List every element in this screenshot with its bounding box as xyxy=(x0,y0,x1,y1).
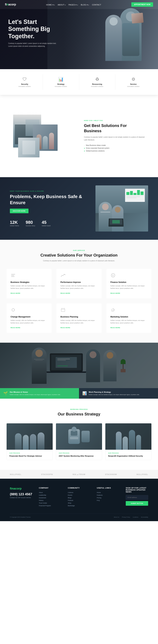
footer-link-pricing[interactable]: Pricing xyxy=(97,496,119,499)
feature-strategy-title: Strategy xyxy=(46,83,76,85)
footer-phone-sub: Contact our 24/7 at your service xyxy=(10,497,32,498)
footer-accessibility-link[interactable]: Accessibility xyxy=(141,516,148,518)
process-grid: OUR PROCESS Financials Need For Strategi… xyxy=(6,423,152,460)
about-description: Contrary to popular belief, Lorem Ipsum … xyxy=(84,136,145,141)
marketing-desc: Nullam suscipit, nibh nec facilisis temp… xyxy=(110,319,148,324)
footer-phone: (889) 123 4567 xyxy=(10,492,32,496)
change-read-more[interactable]: READ MORE xyxy=(10,327,20,328)
strategies-title: Business Strategies xyxy=(10,281,48,284)
service-icon: ⚙ xyxy=(119,77,148,82)
process-header: WORKING PROCESS Our Business Strategy xyxy=(6,408,152,416)
process-card-3: OUR PROCESS Nonprofit Organization Utill… xyxy=(105,423,152,460)
change-icon xyxy=(10,307,48,314)
photo-cards: 🌱 Our Mission & Vision Nullam suscipit, … xyxy=(0,388,158,399)
footer-link-trust[interactable]: Trust Center xyxy=(39,502,61,504)
banner-subtitle: KEEP YOUR BUSINESS SAFE & ENSURE xyxy=(10,190,89,192)
svg-rect-7 xyxy=(61,308,65,312)
partner-1: NULLPIXEL xyxy=(10,474,22,476)
footer-link-history[interactable]: History xyxy=(39,499,61,502)
footer-link-shop[interactable]: Shop xyxy=(68,502,90,504)
footer-company-heading: Company xyxy=(39,487,61,489)
svg-rect-2 xyxy=(11,276,14,277)
about-list-item-3: Global business solutions xyxy=(84,150,145,152)
footer-privacy-link[interactable]: Privacy Policy xyxy=(122,516,130,518)
footer-useful-links: Home Features Pricing FAQ xyxy=(97,491,119,502)
strategy-card: 📊 Work Planning & Strategy Nullam suscip… xyxy=(79,388,158,399)
about-images xyxy=(13,114,74,158)
footer-link-leadership[interactable]: Leadership xyxy=(39,494,61,496)
newsletter-submit-button[interactable]: SUBMIT BUTTON xyxy=(126,501,148,506)
svg-rect-1 xyxy=(11,275,14,276)
strategies-icon xyxy=(10,273,48,279)
stat-award-number: 45 xyxy=(42,220,50,225)
marketing-title: Marketing Solution xyxy=(110,316,148,318)
planning-read-more[interactable]: READ MORE xyxy=(60,327,70,328)
strategies-desc: Nullam suscipit, nibh nec facilisis temp… xyxy=(10,285,48,290)
performance-title: Performance Improve xyxy=(60,281,98,284)
footer-link-blogs[interactable]: Blogs xyxy=(68,496,90,499)
process-tag: WORKING PROCESS xyxy=(6,408,152,410)
process-heading: Our Business Strategy xyxy=(6,412,152,416)
partner-2: STACKSPIN xyxy=(41,474,53,476)
strategy-title: Work Planning & Strategy xyxy=(89,391,140,393)
service-card-change: Change Management Nullam suscipit, nibh … xyxy=(6,303,52,333)
partners-bar: NULLPIXEL STACKSPIN NUL▲TRIUM STACKNOW N… xyxy=(0,470,158,479)
photo-section: 🌱 Our Mission & Vision Nullam suscipit, … xyxy=(0,343,158,399)
footer-link-about[interactable]: About xyxy=(39,491,61,494)
strategies-read-more[interactable]: READ MORE xyxy=(10,292,20,294)
discover-button[interactable]: DISCOVER MORE xyxy=(10,209,28,213)
svg-rect-0 xyxy=(11,274,15,274)
footer-link-backstage[interactable]: Backstage xyxy=(68,504,90,507)
process-card-2: OUR PROCESS 24X7 System Monitoring After… xyxy=(56,423,102,460)
footer-link-investment[interactable]: Investment xyxy=(39,496,61,499)
about-list-item-1: New Business ideas create xyxy=(84,144,145,147)
feature-service: ⚙ Service Innovative solution xyxy=(115,74,152,90)
footer-link-cultures[interactable]: Cultures xyxy=(68,491,90,494)
footer-link-podcast[interactable]: Podcast xyxy=(68,499,90,502)
stat-clients-number: 12K xyxy=(10,220,19,225)
strategy-desc: Nullam suscipit, nibh nec facilisis temp… xyxy=(89,394,140,396)
mission-icon: 🌱 xyxy=(3,391,8,396)
feature-resourcing: ♻ Resourcing Innovative solution xyxy=(79,74,115,90)
performance-desc: Nullam suscipit, nibh nec facilisis temp… xyxy=(60,285,98,290)
footer-community-links: Cultures Events Blogs Podcast Shop Backs… xyxy=(68,491,90,507)
banner-section: KEEP YOUR BUSINESS SAFE & ENSURE Problem… xyxy=(0,177,158,240)
service-card-performance: Performance Improve Nullam suscipit, nib… xyxy=(56,269,102,298)
finance-read-more[interactable]: READ MORE xyxy=(110,292,120,294)
newsletter-email-input[interactable] xyxy=(126,495,148,500)
nav-home[interactable]: HOME ▾ xyxy=(46,3,55,6)
planning-icon xyxy=(60,307,98,314)
process-title-2: 24X7 System Monitoring After Response xyxy=(59,455,99,457)
appointment-button[interactable]: APPOINTMENT NOW xyxy=(131,2,153,7)
change-desc: Nullam suscipit, nibh nec facilisis temp… xyxy=(10,319,48,324)
nav-pages[interactable]: PAGES ▾ xyxy=(68,3,78,6)
hero-description: Contrary to popular belief, Lorem Ipsum … xyxy=(8,42,61,48)
footer-link-events[interactable]: Events xyxy=(68,494,90,496)
footer-locations-link[interactable]: Locations xyxy=(133,516,138,518)
footer-bottom: © Copyright 2023 Gradient Themes About U… xyxy=(10,514,148,518)
footer-company-links: About Leadership Investment History Trus… xyxy=(39,491,61,507)
footer-link-home[interactable]: Home xyxy=(97,491,119,494)
footer-copyright: © Copyright 2023 Gradient Themes xyxy=(10,516,30,518)
footer-link-financial[interactable]: Financial Program xyxy=(39,504,61,507)
process-card-1: OUR PROCESS Financials Need For Strategi… xyxy=(6,423,53,460)
nav-logo[interactable]: finacorp xyxy=(5,3,16,6)
nav-blog[interactable]: BLOG ▾ xyxy=(81,3,89,6)
marketing-read-more[interactable]: READ MORE xyxy=(110,327,120,328)
hero-section: Let's Start Something Big Together. Cont… xyxy=(0,0,158,69)
performance-read-more[interactable]: READ MORE xyxy=(60,292,70,294)
performance-icon xyxy=(60,273,98,279)
footer-company-col: Company About Leadership Investment Hist… xyxy=(39,487,61,507)
footer-link-faq[interactable]: FAQ xyxy=(97,499,119,502)
nav-contact[interactable]: CONTACT xyxy=(92,3,101,6)
nav-about[interactable]: ABOUT xyxy=(58,3,66,6)
process-tag-2: OUR PROCESS xyxy=(59,452,99,454)
strategy-card-icon: 📊 xyxy=(82,391,87,396)
feature-resourcing-title: Resourcing xyxy=(82,83,112,85)
services-heading: Creative Solutions For Your Organization xyxy=(6,252,152,258)
footer-about-link[interactable]: About Us xyxy=(114,516,119,518)
feature-resourcing-desc: Innovative solution xyxy=(82,86,112,87)
footer-link-features[interactable]: Features xyxy=(97,494,119,496)
about-image-3 xyxy=(18,138,40,158)
about-list: New Business ideas create Grow corporate… xyxy=(84,144,145,152)
